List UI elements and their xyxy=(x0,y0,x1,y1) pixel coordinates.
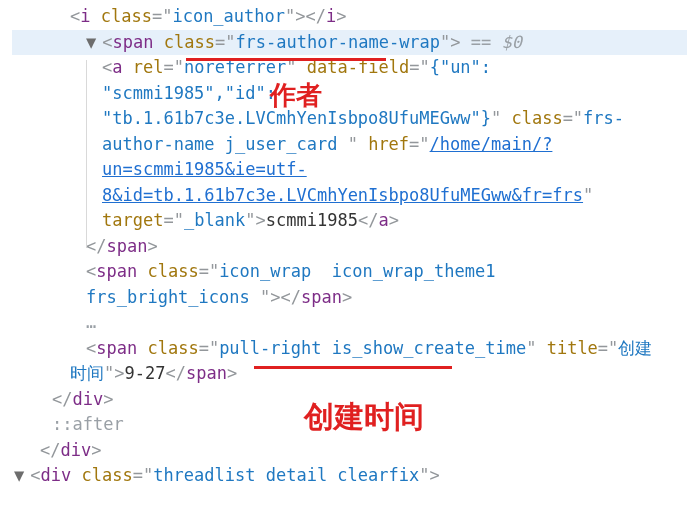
dom-node-div-close-1[interactable]: </div> xyxy=(12,387,687,413)
dom-node-icon-wrap-cont: frs_bright_icons "></span> xyxy=(12,285,687,311)
dom-node-icon-wrap[interactable]: <span class="icon_wrap icon_wrap_theme1 xyxy=(12,259,687,285)
dom-node-author-link-end: target="_blank">scmmi1985</a> xyxy=(12,208,687,234)
dom-node-create-time[interactable]: <span class="pull-right is_show_create_t… xyxy=(12,336,687,362)
dom-node-author-link-cont4: un=scmmi1985&ie=utf- xyxy=(12,157,687,183)
dom-node-author-link[interactable]: <a rel="noreferrer" data-field="{"un": xyxy=(12,55,687,81)
dom-collapsed-ellipsis[interactable]: … xyxy=(12,310,687,336)
dom-node-icon-author[interactable]: <i class="icon_author"></i> xyxy=(12,4,687,30)
dom-node-author-link-cont2: "tb.1.61b7c3e.LVCmhYenIsbpo8UfuMEGww"}" … xyxy=(12,106,687,132)
dom-pseudo-after[interactable]: ::after xyxy=(12,412,687,438)
dom-node-author-link-cont3: author-name j_user_card " href="/home/ma… xyxy=(12,132,687,158)
dom-node-create-time-cont: 时间">9-27</span> xyxy=(12,361,687,387)
expand-toggle-icon[interactable]: ▼ xyxy=(86,30,96,56)
tree-guide-line xyxy=(86,60,87,248)
expand-toggle-icon[interactable]: ▼ xyxy=(14,463,24,489)
dom-node-author-wrap-close[interactable]: </span> xyxy=(12,234,687,260)
dom-node-author-link-cont5: 8&id=tb.1.61b7c3e.LVCmhYenIsbpo8UfuMEGww… xyxy=(12,183,687,209)
dom-node-author-link-cont1: "scmmi1985","id": xyxy=(12,81,687,107)
devtools-elements-panel[interactable]: 作者 创建时间 <i class="icon_author"></i> ▼<sp… xyxy=(0,0,687,516)
dom-node-div-close-2[interactable]: </div> xyxy=(12,438,687,464)
dom-node-author-wrap-open[interactable]: ▼<span class="frs-author-name-wrap"> == … xyxy=(12,30,687,56)
dom-node-threadlist[interactable]: ▼<div class="threadlist detail clearfix"… xyxy=(12,463,687,489)
